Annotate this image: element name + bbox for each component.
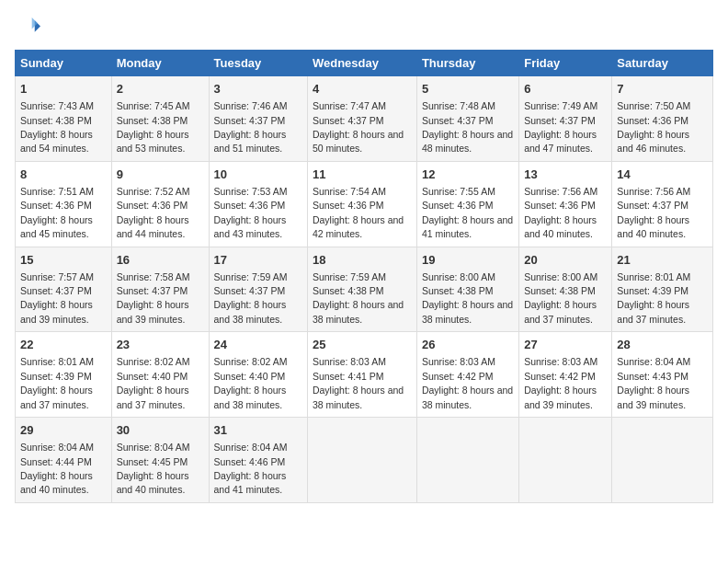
header [15, 15, 713, 40]
calendar-cell: 21Sunrise: 8:01 AMSunset: 4:39 PMDayligh… [612, 247, 713, 332]
calendar-cell: 30Sunrise: 8:04 AMSunset: 4:45 PMDayligh… [111, 418, 209, 503]
calendar-cell: 27Sunrise: 8:03 AMSunset: 4:42 PMDayligh… [519, 332, 612, 418]
sunrise: Sunrise: 7:56 AM [617, 186, 690, 197]
calendar-cell [307, 418, 416, 503]
calendar-cell: 9Sunrise: 7:52 AMSunset: 4:36 PMDaylight… [111, 161, 209, 247]
sunset: Sunset: 4:38 PM [313, 285, 384, 296]
day-number: 25 [313, 337, 412, 353]
sunrise: Sunrise: 8:00 AM [422, 271, 495, 282]
calendar-cell: 6Sunrise: 7:49 AMSunset: 4:37 PMDaylight… [519, 76, 612, 162]
calendar-cell: 23Sunrise: 8:02 AMSunset: 4:40 PMDayligh… [111, 332, 209, 418]
calendar-cell [416, 418, 518, 503]
calendar-cell: 3Sunrise: 7:46 AMSunset: 4:37 PMDaylight… [209, 76, 307, 162]
day-number: 11 [313, 167, 412, 183]
calendar-table: SundayMondayTuesdayWednesdayThursdayFrid… [15, 50, 713, 503]
day-number: 30 [117, 422, 204, 439]
sunrise: Sunrise: 8:04 AM [20, 442, 94, 453]
sunrise: Sunrise: 8:02 AM [117, 356, 190, 367]
daylight: Daylight: 8 hours and 40 minutes. [617, 214, 689, 239]
sunrise: Sunrise: 7:49 AM [524, 100, 597, 111]
day-number: 16 [117, 252, 204, 269]
day-number: 18 [313, 252, 412, 269]
sunset: Sunset: 4:36 PM [617, 115, 688, 126]
day-number: 4 [313, 81, 412, 98]
day-number: 23 [117, 337, 204, 353]
weekday-header-thursday: Thursday [416, 51, 518, 76]
daylight: Daylight: 8 hours and 38 minutes. [313, 385, 404, 409]
day-number: 20 [524, 252, 607, 269]
calendar-week-row: 8Sunrise: 7:51 AMSunset: 4:36 PMDaylight… [16, 161, 713, 247]
daylight: Daylight: 8 hours and 38 minutes. [422, 385, 513, 409]
daylight: Daylight: 8 hours and 39 minutes. [117, 299, 189, 324]
sunrise: Sunrise: 7:50 AM [617, 100, 690, 111]
sunset: Sunset: 4:46 PM [214, 456, 286, 467]
day-number: 29 [20, 422, 107, 439]
sunset: Sunset: 4:37 PM [214, 115, 286, 126]
sunrise: Sunrise: 8:04 AM [617, 356, 690, 367]
daylight: Daylight: 8 hours and 38 minutes. [214, 385, 287, 409]
calendar-cell [612, 418, 713, 503]
calendar-week-row: 29Sunrise: 8:04 AMSunset: 4:44 PMDayligh… [16, 418, 713, 503]
calendar-cell: 5Sunrise: 7:48 AMSunset: 4:37 PMDaylight… [416, 76, 518, 162]
day-number: 21 [617, 252, 708, 269]
daylight: Daylight: 8 hours and 45 minutes. [20, 214, 93, 239]
sunrise: Sunrise: 7:48 AM [422, 100, 495, 111]
sunrise: Sunrise: 7:52 AM [117, 186, 190, 197]
sunset: Sunset: 4:37 PM [20, 285, 92, 296]
sunrise: Sunrise: 7:57 AM [20, 271, 94, 282]
calendar-cell: 28Sunrise: 8:04 AMSunset: 4:43 PMDayligh… [612, 332, 713, 418]
day-number: 10 [214, 167, 302, 183]
sunrise: Sunrise: 8:01 AM [617, 271, 690, 282]
day-number: 8 [20, 167, 107, 183]
sunset: Sunset: 4:42 PM [422, 371, 494, 382]
day-number: 28 [617, 337, 708, 353]
weekday-header-friday: Friday [519, 51, 612, 76]
sunrise: Sunrise: 7:54 AM [313, 186, 386, 197]
daylight: Daylight: 8 hours and 37 minutes. [117, 385, 189, 409]
daylight: Daylight: 8 hours and 43 minutes. [214, 214, 287, 239]
sunset: Sunset: 4:44 PM [20, 456, 92, 467]
calendar-cell: 11Sunrise: 7:54 AMSunset: 4:36 PMDayligh… [307, 161, 416, 247]
daylight: Daylight: 8 hours and 39 minutes. [617, 385, 689, 409]
sunset: Sunset: 4:41 PM [313, 371, 384, 382]
calendar-cell: 10Sunrise: 7:53 AMSunset: 4:36 PMDayligh… [209, 161, 307, 247]
day-number: 19 [422, 252, 514, 269]
sunset: Sunset: 4:37 PM [313, 115, 384, 126]
calendar-cell: 24Sunrise: 8:02 AMSunset: 4:40 PMDayligh… [209, 332, 307, 418]
daylight: Daylight: 8 hours and 48 minutes. [422, 129, 513, 154]
day-number: 31 [214, 422, 302, 439]
sunset: Sunset: 4:37 PM [214, 285, 286, 296]
weekday-header-row: SundayMondayTuesdayWednesdayThursdayFrid… [16, 51, 713, 76]
sunset: Sunset: 4:38 PM [422, 285, 494, 296]
calendar-cell: 13Sunrise: 7:56 AMSunset: 4:36 PMDayligh… [519, 161, 612, 247]
daylight: Daylight: 8 hours and 50 minutes. [313, 129, 404, 154]
daylight: Daylight: 8 hours and 37 minutes. [617, 299, 689, 324]
sunset: Sunset: 4:36 PM [214, 200, 286, 211]
day-number: 5 [422, 81, 514, 98]
sunset: Sunset: 4:36 PM [117, 200, 188, 211]
daylight: Daylight: 8 hours and 44 minutes. [117, 214, 189, 239]
calendar-week-row: 22Sunrise: 8:01 AMSunset: 4:39 PMDayligh… [16, 332, 713, 418]
sunset: Sunset: 4:37 PM [524, 115, 596, 126]
weekday-header-sunday: Sunday [16, 51, 112, 76]
sunset: Sunset: 4:45 PM [117, 456, 188, 467]
calendar-cell: 18Sunrise: 7:59 AMSunset: 4:38 PMDayligh… [307, 247, 416, 332]
sunrise: Sunrise: 8:04 AM [117, 442, 190, 453]
daylight: Daylight: 8 hours and 40 minutes. [20, 470, 93, 495]
sunset: Sunset: 4:39 PM [20, 371, 92, 382]
daylight: Daylight: 8 hours and 47 minutes. [524, 129, 597, 154]
sunrise: Sunrise: 8:03 AM [422, 356, 495, 367]
day-number: 22 [20, 337, 107, 353]
sunrise: Sunrise: 7:53 AM [214, 186, 288, 197]
day-number: 17 [214, 252, 302, 269]
daylight: Daylight: 8 hours and 41 minutes. [422, 214, 513, 239]
calendar-cell: 25Sunrise: 8:03 AMSunset: 4:41 PMDayligh… [307, 332, 416, 418]
daylight: Daylight: 8 hours and 39 minutes. [524, 385, 597, 409]
daylight: Daylight: 8 hours and 51 minutes. [214, 129, 287, 154]
daylight: Daylight: 8 hours and 40 minutes. [117, 470, 189, 495]
day-number: 14 [617, 167, 708, 183]
calendar-cell: 12Sunrise: 7:55 AMSunset: 4:36 PMDayligh… [416, 161, 518, 247]
weekday-header-monday: Monday [111, 51, 209, 76]
sunset: Sunset: 4:38 PM [524, 285, 596, 296]
sunrise: Sunrise: 8:00 AM [524, 271, 597, 282]
